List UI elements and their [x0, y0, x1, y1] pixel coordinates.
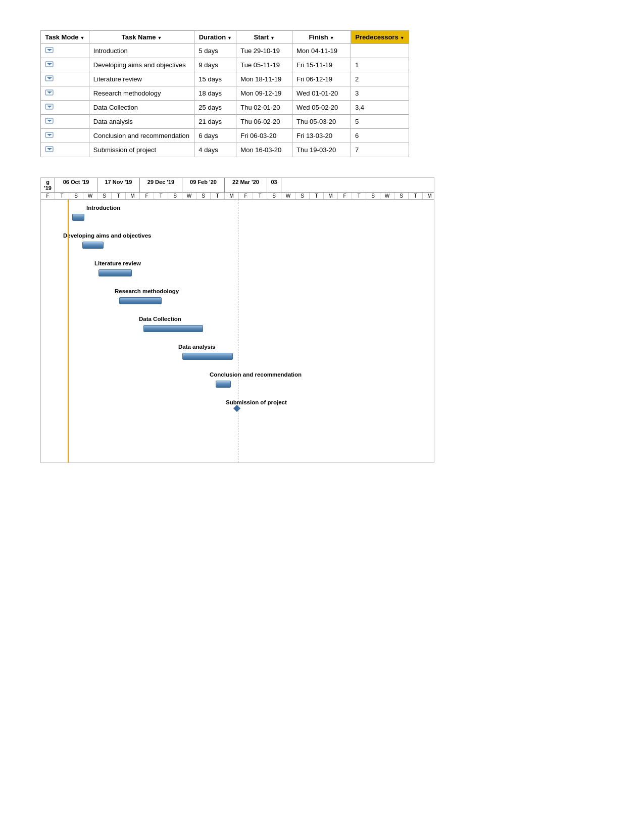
gantt-day-header: W — [281, 193, 295, 199]
svg-marker-3 — [47, 63, 52, 65]
task-mode-cell — [41, 44, 89, 58]
gantt-task-label: Conclusion and recommendation — [210, 372, 302, 378]
task-start-cell: Thu 02-01-20 — [236, 101, 292, 115]
task-mode-cell — [41, 143, 89, 157]
project-table: Task Mode▼Task Name▼Duration▼Start▼Finis… — [40, 30, 409, 157]
task-finish-cell: Mon 04-11-19 — [292, 44, 351, 58]
task-finish-cell: Thu 19-03-20 — [292, 143, 351, 157]
gantt-today-line — [238, 200, 238, 462]
task-name-cell: Conclusion and recommendation — [89, 129, 194, 143]
task-finish-cell: Fri 06-12-19 — [292, 72, 351, 86]
task-predecessors-cell: 5 — [351, 115, 409, 129]
gantt-start-line — [68, 200, 69, 462]
col-header-finish: Finish▼ — [292, 31, 351, 44]
task-duration-cell: 4 days — [194, 143, 236, 157]
table-row: Conclusion and recommendation6 daysFri 0… — [41, 129, 409, 143]
task-mode-icon — [45, 61, 54, 68]
table-row: Data Collection25 daysThu 02-01-20Wed 05… — [41, 101, 409, 115]
table-row: Research methodology18 daysMon 09-12-19W… — [41, 86, 409, 101]
task-mode-cell — [41, 101, 89, 115]
dropdown-arrow-task_name[interactable]: ▼ — [157, 35, 162, 40]
gantt-day-header: S — [69, 193, 83, 199]
gantt-chart: g '1906 Oct '1917 Nov '1929 Dec '1909 Fe… — [40, 177, 434, 463]
gantt-task-label: Introduction — [86, 205, 120, 211]
gantt-task-bar — [182, 353, 233, 360]
task-predecessors-cell: 3,4 — [351, 101, 409, 115]
gantt-day-header: M — [225, 193, 239, 199]
svg-marker-7 — [47, 91, 52, 94]
gantt-day-header: M — [324, 193, 338, 199]
gantt-day-header: W — [83, 193, 97, 199]
gantt-task-label: Research methodology — [115, 288, 179, 294]
gantt-day-header: T — [409, 193, 423, 199]
gantt-day-header: M — [423, 193, 434, 199]
task-mode-cell — [41, 86, 89, 101]
task-duration-cell: 5 days — [194, 44, 236, 58]
svg-marker-9 — [47, 106, 52, 108]
gantt-day-header: T — [55, 193, 69, 199]
gantt-task-bar — [143, 325, 203, 332]
gantt-task-label: Submission of project — [226, 399, 287, 405]
col-header-task_mode: Task Mode▼ — [41, 31, 89, 44]
task-start-cell: Mon 09-12-19 — [236, 86, 292, 101]
table-row: Introduction5 daysTue 29-10-19Mon 04-11-… — [41, 44, 409, 58]
gantt-day-header: S — [295, 193, 310, 199]
gantt-day-header: S — [97, 193, 112, 199]
task-mode-cell — [41, 58, 89, 72]
gantt-day-header: T — [310, 193, 324, 199]
task-finish-cell: Wed 05-02-20 — [292, 101, 351, 115]
gantt-day-header: T — [352, 193, 366, 199]
task-name-cell: Submission of project — [89, 143, 194, 157]
gantt-day-header: F — [239, 193, 253, 199]
task-mode-icon — [45, 131, 54, 138]
task-name-cell: Data analysis — [89, 115, 194, 129]
task-finish-cell: Wed 01-01-20 — [292, 86, 351, 101]
gantt-day-header: S — [366, 193, 380, 199]
col-header-task_name: Task Name▼ — [89, 31, 194, 44]
gantt-day-header: S — [196, 193, 211, 199]
gantt-day-header: F — [338, 193, 352, 199]
dropdown-arrow-predecessors[interactable]: ▼ — [400, 35, 405, 40]
table-row: Literature review15 daysMon 18-11-19Fri … — [41, 72, 409, 86]
task-mode-icon — [45, 75, 54, 82]
task-finish-cell: Fri 15-11-19 — [292, 58, 351, 72]
dropdown-arrow-finish[interactable]: ▼ — [330, 35, 334, 40]
gantt-task-label: Developing aims and objectives — [63, 233, 151, 239]
dropdown-arrow-task_mode[interactable]: ▼ — [80, 35, 85, 40]
task-duration-cell: 18 days — [194, 86, 236, 101]
task-duration-cell: 15 days — [194, 72, 236, 86]
task-duration-cell: 9 days — [194, 58, 236, 72]
task-name-cell: Research methodology — [89, 86, 194, 101]
task-mode-cell — [41, 72, 89, 86]
gantt-day-header: T — [112, 193, 126, 199]
task-finish-cell: Fri 13-03-20 — [292, 129, 351, 143]
task-predecessors-cell: 1 — [351, 58, 409, 72]
gantt-day-header: M — [126, 193, 140, 199]
gantt-period-header: 29 Dec '19 — [140, 178, 182, 192]
dropdown-arrow-duration[interactable]: ▼ — [227, 35, 232, 40]
task-predecessors-cell: 7 — [351, 143, 409, 157]
table-row: Data analysis21 daysThu 06-02-20Thu 05-0… — [41, 115, 409, 129]
task-duration-cell: 21 days — [194, 115, 236, 129]
gantt-day-header: T — [253, 193, 267, 199]
task-finish-cell: Thu 05-03-20 — [292, 115, 351, 129]
table-row: Developing aims and objectives9 daysTue … — [41, 58, 409, 72]
gantt-period-header: 09 Feb '20 — [182, 178, 225, 192]
task-start-cell: Tue 29-10-19 — [236, 44, 292, 58]
gantt-task-label: Literature review — [94, 260, 141, 266]
task-name-cell: Data Collection — [89, 101, 194, 115]
task-mode-icon — [45, 146, 54, 153]
dropdown-arrow-start[interactable]: ▼ — [270, 35, 275, 40]
gantt-task-bar — [72, 214, 84, 221]
task-mode-icon — [45, 103, 54, 110]
gantt-task-bar — [119, 297, 162, 304]
task-mode-icon — [45, 117, 54, 124]
gantt-task-label: Data analysis — [178, 344, 216, 350]
task-duration-cell: 6 days — [194, 129, 236, 143]
task-name-cell: Literature review — [89, 72, 194, 86]
gantt-day-header: S — [394, 193, 409, 199]
task-start-cell: Tue 05-11-19 — [236, 58, 292, 72]
gantt-period-header: 03 — [267, 178, 281, 192]
gantt-day-header: T — [154, 193, 168, 199]
svg-marker-1 — [47, 49, 52, 51]
